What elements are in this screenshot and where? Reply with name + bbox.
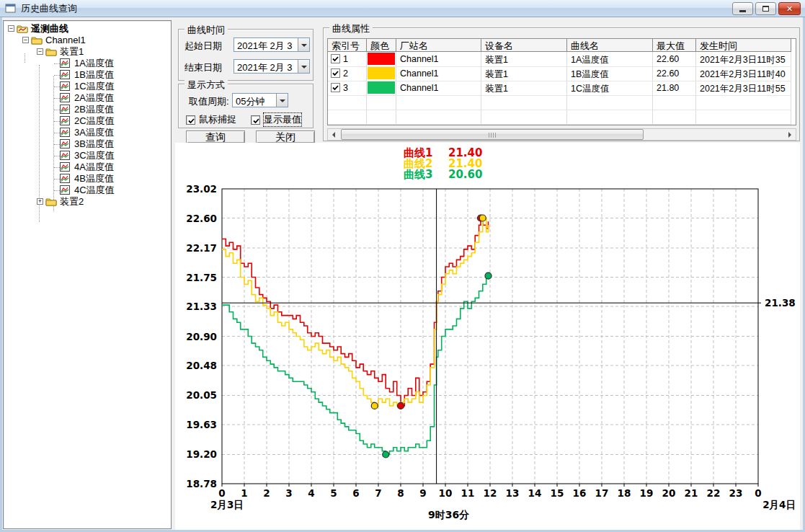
close-button[interactable]: ✕ [778, 2, 801, 15]
cell-curve: 1C温度值 [571, 81, 652, 95]
table-header-设备名[interactable]: 设备名 [481, 39, 567, 52]
mouse-capture-checkbox-box[interactable] [186, 115, 195, 125]
client-area: −遥测曲线−Channel1−装置11A温度值1B温度值1C温度值2A温度值2B… [2, 17, 803, 530]
table-column-line [366, 52, 367, 125]
table-header-颜色[interactable]: 颜色 [367, 39, 396, 52]
curve-table: 索引号颜色厂站名设备名曲线名最大值发生时间1Channel1装置11A温度值22… [327, 38, 796, 125]
tree-item-装置1[interactable]: −装置1 [4, 46, 171, 58]
tree-item-label: 3B温度值 [73, 138, 115, 150]
x-tick-label: 14 [528, 487, 542, 499]
x-tick-label: 9 [419, 487, 426, 499]
tree-item-label: Channel1 [44, 35, 87, 46]
tree-item-1B温度值[interactable]: 1B温度值 [4, 69, 171, 81]
tree-item-3A温度值[interactable]: 3A温度值 [4, 127, 171, 138]
tree-item-4B温度值[interactable]: 4B温度值 [4, 173, 171, 185]
minimize-icon [739, 10, 746, 12]
x-tick-label: 15 [551, 487, 564, 499]
mouse-capture-checkbox[interactable]: 鼠标捕捉 [186, 113, 236, 126]
tree-item-装置2[interactable]: +装置2 [4, 196, 171, 208]
period-label: 取值周期: [189, 95, 229, 108]
min-marker-曲线1 [398, 402, 404, 409]
tree-item-label: 4A温度值 [73, 161, 115, 173]
y-tick-label: 22.17 [186, 242, 217, 254]
tree-item-3B温度值[interactable]: 3B温度值 [4, 138, 171, 150]
app-window: 历史曲线查询 ✕ −遥测曲线−Channel1−装置11A温度值1B温度值1C温… [0, 0, 805, 532]
query-button[interactable]: 查询 [186, 130, 245, 143]
table-header-厂站名[interactable]: 厂站名 [396, 39, 481, 52]
scrollbar-grip-icon [489, 133, 496, 138]
tree-item-3C温度值[interactable]: 3C温度值 [4, 150, 171, 161]
y-tick-label: 20.05 [186, 389, 217, 401]
start-date-dropdown-icon[interactable] [298, 38, 309, 51]
start-date-select[interactable]: 2021年 2月 3 [234, 37, 310, 52]
max-marker-曲线3 [485, 272, 492, 279]
tree-item-Channel1[interactable]: −Channel1 [4, 35, 171, 46]
table-row-line [328, 95, 791, 96]
tree-collapse-icon[interactable]: − [37, 48, 43, 55]
tree-item-1A温度值[interactable]: 1A温度值 [4, 58, 171, 69]
row-checkbox[interactable] [331, 83, 340, 92]
cell-time: 2021年2月3日11时55 [700, 81, 791, 95]
min-marker-曲线2 [371, 402, 378, 409]
tree-item-label: 2A温度值 [73, 92, 115, 104]
maximize-icon [762, 6, 769, 12]
period-select[interactable]: 05分钟 [232, 93, 288, 107]
curve-color-swatch [368, 53, 395, 65]
tree-item-1C温度值[interactable]: 1C温度值 [4, 81, 171, 92]
x-tick-label: 22 [707, 487, 721, 499]
row-checkbox[interactable] [331, 54, 340, 63]
curve-props-group-label: 曲线属性 [329, 22, 373, 35]
tree-item-2B温度值[interactable]: 2B温度值 [4, 104, 171, 115]
tree-item-遥测曲线[interactable]: −遥测曲线 [4, 23, 171, 35]
x-tick-label: 7 [375, 487, 381, 499]
start-date-value: 2021年 2月 3 [234, 38, 298, 51]
period-dropdown-icon[interactable] [276, 94, 288, 107]
x-tick-label: 4 [308, 487, 314, 499]
tree-expand-icon[interactable]: + [37, 198, 43, 205]
tree-item-4C温度值[interactable]: 4C温度值 [4, 185, 171, 196]
tree-item-label: 2C温度值 [73, 115, 116, 127]
close-dialog-button[interactable]: 关闭 [256, 130, 315, 143]
series-曲线2 [222, 218, 489, 407]
y-tick-label: 18.78 [186, 478, 217, 489]
show-extremes-checkbox[interactable]: 显示最值 [251, 113, 301, 126]
tree-collapse-icon[interactable]: − [8, 25, 14, 32]
app-icon [5, 4, 17, 14]
row-checkbox[interactable] [331, 68, 340, 78]
x-tick-label: 13 [506, 487, 520, 499]
table-column-line [481, 52, 481, 125]
table-column-line [695, 52, 696, 125]
maximize-button[interactable] [755, 2, 776, 15]
table-header-索引号[interactable]: 索引号 [328, 39, 367, 52]
minimize-button[interactable] [732, 2, 753, 15]
tree-item-2C温度值[interactable]: 2C温度值 [4, 115, 171, 127]
cell-time: 2021年2月3日11时40 [700, 66, 791, 81]
history-curve-chart[interactable]: 18.7819.2019.6320.0520.4820.9021.3321.75… [175, 143, 800, 530]
folder-icon [45, 197, 57, 209]
table-row-line [328, 110, 791, 110]
curve-time-group-label: 曲线时间 [184, 24, 228, 37]
table-hscrollbar[interactable] [327, 128, 796, 141]
table-header-发生时间[interactable]: 发生时间 [696, 39, 791, 52]
tree-collapse-icon[interactable]: − [22, 37, 29, 43]
x-tick-label: 11 [461, 487, 475, 499]
end-date-dropdown-icon[interactable] [298, 60, 309, 73]
window-title: 历史曲线查询 [21, 2, 77, 15]
tree-item-4A温度值[interactable]: 4A温度值 [4, 161, 171, 173]
table-header-曲线名[interactable]: 曲线名 [567, 39, 653, 52]
table-column-line [791, 52, 791, 125]
scroll-left-arrow-icon[interactable] [328, 129, 339, 140]
show-extremes-label: 显示最值 [264, 113, 301, 126]
table-header-最大值[interactable]: 最大值 [653, 39, 696, 52]
end-date-select[interactable]: 2021年 2月 3 [234, 59, 310, 74]
cell-max: 21.80 [657, 81, 695, 93]
tree-item-2A温度值[interactable]: 2A温度值 [4, 92, 171, 104]
table-column-line [652, 52, 653, 125]
close-icon: ✕ [786, 5, 793, 13]
scroll-right-arrow-icon[interactable] [784, 129, 796, 140]
y-tick-label: 20.90 [186, 331, 217, 342]
tree-item-label: 3C温度值 [73, 150, 116, 161]
table-column-line [566, 52, 567, 125]
show-extremes-checkbox-box[interactable] [251, 115, 260, 125]
scrollbar-thumb[interactable] [341, 129, 644, 140]
